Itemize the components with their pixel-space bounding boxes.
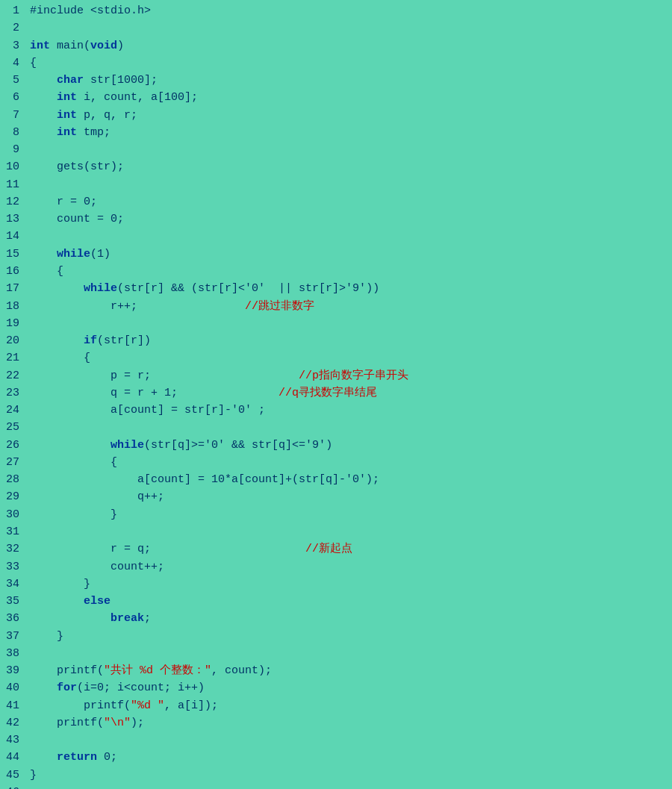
line-number: 7 — [0, 107, 19, 125]
line-number: 4 — [0, 55, 19, 72]
line-number: 31 — [0, 524, 19, 541]
code-line: count++; — [30, 559, 672, 576]
code-line — [30, 20, 672, 37]
code-line: int p, q, r; — [30, 107, 672, 125]
line-number: 8 — [0, 125, 19, 142]
line-number: 44 — [0, 749, 19, 767]
line-number: 42 — [0, 715, 19, 732]
line-number: 46 — [0, 785, 19, 789]
line-numbers: 1234567891011121314151617181920212223242… — [0, 3, 27, 789]
line-number: 37 — [0, 629, 19, 646]
line-number: 6 — [0, 90, 19, 107]
code-line: printf("共计 %d 个整数：", count); — [30, 663, 672, 680]
code-line — [30, 785, 672, 789]
line-number: 11 — [0, 177, 19, 194]
line-number: 23 — [0, 385, 19, 402]
code-line: while(str[q]>='0' && str[q]<='9') — [30, 437, 672, 455]
line-number: 10 — [0, 159, 19, 176]
line-number: 14 — [0, 228, 19, 246]
line-number: 29 — [0, 489, 19, 506]
code-line: { — [30, 350, 672, 367]
code-line: q = r + 1; //q寻找数字串结尾 — [30, 385, 672, 402]
code-line: count = 0; — [30, 211, 672, 228]
code-line: int main(void) — [30, 38, 672, 55]
code-line: { — [30, 455, 672, 472]
line-number: 2 — [0, 20, 19, 37]
code-line: #include <stdio.h> — [30, 3, 672, 20]
code-line: int tmp; — [30, 125, 672, 142]
code-line: while(str[r] && (str[r]<'0' || str[r]>'9… — [30, 281, 672, 298]
line-number: 27 — [0, 455, 19, 472]
code-line: } — [30, 629, 672, 646]
code-line: { — [30, 55, 672, 72]
code-line: char str[1000]; — [30, 72, 672, 90]
line-number: 25 — [0, 420, 19, 437]
code-line: break; — [30, 611, 672, 628]
line-number: 17 — [0, 281, 19, 298]
line-number: 40 — [0, 680, 19, 697]
line-number: 5 — [0, 72, 19, 90]
line-number: 19 — [0, 316, 19, 333]
code-line: a[count] = 10*a[count]+(str[q]-'0'); — [30, 472, 672, 489]
line-number: 28 — [0, 472, 19, 489]
line-number: 43 — [0, 732, 19, 749]
line-number: 36 — [0, 611, 19, 628]
line-number: 13 — [0, 211, 19, 228]
line-number: 18 — [0, 299, 19, 316]
line-number: 20 — [0, 333, 19, 350]
line-number: 22 — [0, 368, 19, 385]
line-number: 21 — [0, 350, 19, 367]
code-line: } — [30, 576, 672, 593]
line-number: 30 — [0, 507, 19, 524]
code-line: while(1) — [30, 246, 672, 263]
code-line: if(str[r]) — [30, 333, 672, 350]
code-line: q++; — [30, 489, 672, 506]
code-line: a[count] = str[r]-'0' ; — [30, 402, 672, 420]
line-number: 12 — [0, 194, 19, 211]
code-line: } — [30, 767, 672, 785]
line-number: 24 — [0, 402, 19, 420]
code-line — [30, 732, 672, 749]
code-line: printf("%d ", a[i]); — [30, 698, 672, 715]
line-number: 15 — [0, 246, 19, 263]
line-number: 38 — [0, 646, 19, 663]
code-line — [30, 420, 672, 437]
line-number: 33 — [0, 559, 19, 576]
line-number: 16 — [0, 263, 19, 281]
line-number: 45 — [0, 767, 19, 785]
code-line: for(i=0; i<count; i++) — [30, 680, 672, 697]
code-line: r = q; //新起点 — [30, 541, 672, 558]
line-number: 32 — [0, 541, 19, 558]
line-number: 34 — [0, 576, 19, 593]
code-line — [30, 228, 672, 246]
code-line — [30, 524, 672, 541]
line-number: 3 — [0, 38, 19, 55]
line-number: 35 — [0, 593, 19, 611]
code-line — [30, 142, 672, 159]
line-number: 1 — [0, 3, 19, 20]
code-line: p = r; //p指向数字子串开头 — [30, 368, 672, 385]
code-lines: #include <stdio.h> int main(void){ char … — [27, 3, 672, 789]
code-line: } — [30, 507, 672, 524]
code-line: else — [30, 593, 672, 611]
code-container: 1234567891011121314151617181920212223242… — [0, 0, 672, 789]
code-line: { — [30, 263, 672, 281]
code-line — [30, 316, 672, 333]
code-line: return 0; — [30, 749, 672, 767]
code-line: r++; //跳过非数字 — [30, 299, 672, 316]
line-number: 39 — [0, 663, 19, 680]
line-number: 9 — [0, 142, 19, 159]
code-line: int i, count, a[100]; — [30, 90, 672, 107]
code-line — [30, 646, 672, 663]
code-line: r = 0; — [30, 194, 672, 211]
line-number: 26 — [0, 437, 19, 455]
code-line: gets(str); — [30, 159, 672, 176]
code-line — [30, 177, 672, 194]
code-line: printf("\n"); — [30, 715, 672, 732]
line-number: 41 — [0, 698, 19, 715]
